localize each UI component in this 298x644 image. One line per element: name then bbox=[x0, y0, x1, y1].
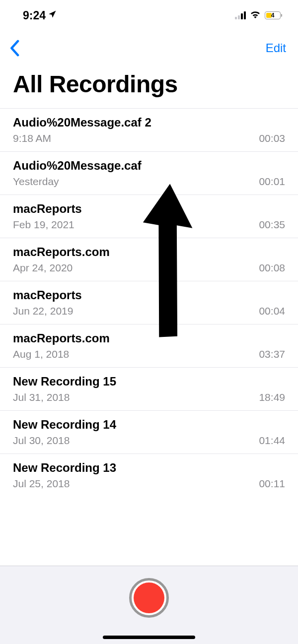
recording-item[interactable]: New Recording 13Jul 25, 201800:11 bbox=[0, 453, 298, 497]
recording-date: Aug 1, 2018 bbox=[13, 348, 69, 360]
recording-duration: 00:01 bbox=[259, 176, 285, 188]
recording-item[interactable]: Audio%20Message.cafYesterday00:01 bbox=[0, 151, 298, 194]
recording-meta: Jul 31, 201818:49 bbox=[13, 391, 285, 403]
recording-duration: 03:37 bbox=[259, 348, 285, 360]
page-title: All Recordings bbox=[0, 60, 298, 107]
status-right: 4 bbox=[235, 10, 282, 20]
battery-icon: 4 bbox=[265, 11, 282, 19]
recording-date: Jul 31, 2018 bbox=[13, 391, 70, 403]
recording-title: macReports bbox=[13, 202, 285, 216]
recording-meta: Jul 30, 201801:44 bbox=[13, 435, 285, 447]
cellular-signal-icon bbox=[235, 11, 246, 19]
record-icon bbox=[134, 582, 164, 613]
recording-duration: 00:11 bbox=[259, 478, 285, 490]
recording-duration: 00:35 bbox=[259, 219, 285, 231]
record-button[interactable] bbox=[129, 578, 169, 618]
home-indicator[interactable] bbox=[103, 636, 195, 639]
recording-item[interactable]: macReportsJun 22, 201900:04 bbox=[0, 281, 298, 324]
recording-item[interactable]: New Recording 15Jul 31, 201818:49 bbox=[0, 367, 298, 410]
recording-date: Jul 25, 2018 bbox=[13, 478, 70, 490]
recording-meta: Jun 22, 201900:04 bbox=[13, 305, 285, 317]
recording-meta: Feb 19, 202100:35 bbox=[13, 219, 285, 231]
recording-item[interactable]: Audio%20Message.caf 29:18 AM00:03 bbox=[0, 108, 298, 151]
status-left: 9:24 bbox=[23, 9, 57, 22]
recording-duration: 00:08 bbox=[259, 262, 285, 274]
battery-percent: 4 bbox=[271, 12, 275, 19]
recording-title: New Recording 15 bbox=[13, 375, 285, 388]
recording-date: Feb 19, 2021 bbox=[13, 219, 74, 231]
recording-date: Jul 30, 2018 bbox=[13, 435, 70, 447]
recording-date: Apr 24, 2020 bbox=[13, 262, 73, 274]
recording-meta: Jul 25, 201800:11 bbox=[13, 478, 285, 490]
recording-title: macReports.com bbox=[13, 331, 285, 345]
recording-meta: Yesterday00:01 bbox=[13, 176, 285, 188]
recording-item[interactable]: macReports.comApr 24, 202000:08 bbox=[0, 238, 298, 281]
status-bar: 9:24 4 bbox=[0, 0, 298, 28]
recording-title: New Recording 14 bbox=[13, 418, 285, 432]
recording-date: Yesterday bbox=[13, 176, 59, 188]
back-button[interactable] bbox=[9, 40, 20, 57]
recording-title: macReports.com bbox=[13, 245, 285, 259]
status-time: 9:24 bbox=[23, 9, 46, 22]
edit-button[interactable]: Edit bbox=[266, 41, 286, 55]
recording-date: 9:18 AM bbox=[13, 132, 51, 144]
recording-duration: 18:49 bbox=[259, 391, 285, 403]
recordings-list-container[interactable]: Audio%20Message.caf 29:18 AM00:03Audio%2… bbox=[0, 108, 298, 566]
recording-date: Jun 22, 2019 bbox=[13, 305, 73, 317]
recording-duration: 00:04 bbox=[259, 305, 285, 317]
wifi-icon bbox=[250, 10, 261, 20]
recording-item[interactable]: New Recording 14Jul 30, 201801:44 bbox=[0, 410, 298, 453]
recording-item[interactable]: macReportsFeb 19, 202100:35 bbox=[0, 194, 298, 238]
recording-title: Audio%20Message.caf bbox=[13, 159, 285, 173]
recording-meta: Apr 24, 202000:08 bbox=[13, 262, 285, 274]
location-icon bbox=[48, 10, 57, 21]
recording-title: New Recording 13 bbox=[13, 461, 285, 475]
recording-duration: 00:03 bbox=[259, 132, 285, 144]
recording-duration: 01:44 bbox=[259, 435, 285, 447]
recording-title: Audio%20Message.caf 2 bbox=[13, 116, 285, 129]
nav-bar: Edit bbox=[0, 28, 298, 60]
recording-item[interactable]: macReports.comAug 1, 201803:37 bbox=[0, 324, 298, 367]
recording-meta: Aug 1, 201803:37 bbox=[13, 348, 285, 360]
recording-meta: 9:18 AM00:03 bbox=[13, 132, 285, 144]
recording-title: macReports bbox=[13, 288, 285, 302]
bottom-toolbar bbox=[0, 566, 298, 644]
recordings-list: Audio%20Message.caf 29:18 AM00:03Audio%2… bbox=[0, 108, 298, 497]
